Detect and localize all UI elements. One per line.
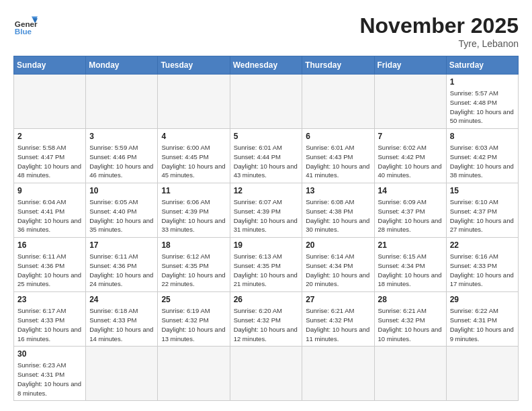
calendar-cell: 15Sunrise: 6:10 AMSunset: 4:37 PMDayligh… [446,183,518,238]
calendar-cell: 1Sunrise: 5:57 AMSunset: 4:48 PMDaylight… [446,75,518,129]
weekday-tuesday: Tuesday [158,56,230,75]
day-number: 8 [450,132,515,141]
day-number: 20 [306,240,370,250]
calendar-cell [374,347,446,401]
calendar-cell [86,347,158,401]
day-number: 25 [161,295,226,304]
day-number: 26 [234,295,299,304]
calendar-cell [158,75,230,129]
calendar-cell [86,75,158,129]
day-number: 1 [450,77,515,87]
day-number: 30 [17,349,82,359]
calendar-cell: 28Sunrise: 6:21 AMSunset: 4:32 PMDayligh… [374,292,446,347]
day-number: 19 [234,240,299,250]
day-info: Sunrise: 6:11 AMSunset: 4:36 PMDaylight:… [89,252,154,289]
day-info: Sunrise: 6:11 AMSunset: 4:36 PMDaylight:… [17,252,82,289]
calendar-cell: 24Sunrise: 6:18 AMSunset: 4:33 PMDayligh… [86,292,158,347]
calendar-cell [446,347,518,401]
weekday-wednesday: Wednesday [230,56,302,75]
day-info: Sunrise: 6:23 AMSunset: 4:31 PMDaylight:… [17,361,82,398]
calendar-cell [302,75,374,129]
calendar-cell: 16Sunrise: 6:11 AMSunset: 4:36 PMDayligh… [14,238,86,292]
day-number: 17 [89,240,154,250]
day-number: 10 [89,186,154,195]
calendar-cell [230,75,302,129]
calendar-cell: 21Sunrise: 6:15 AMSunset: 4:34 PMDayligh… [374,238,446,292]
day-number: 23 [17,295,82,304]
calendar-cell: 22Sunrise: 6:16 AMSunset: 4:33 PMDayligh… [446,238,518,292]
day-number: 14 [378,186,443,195]
calendar-cell: 23Sunrise: 6:17 AMSunset: 4:33 PMDayligh… [14,292,86,347]
calendar-cell: 17Sunrise: 6:11 AMSunset: 4:36 PMDayligh… [86,238,158,292]
day-info: Sunrise: 6:09 AMSunset: 4:37 PMDaylight:… [378,197,443,234]
weekday-saturday: Saturday [446,56,518,75]
calendar-cell: 19Sunrise: 6:13 AMSunset: 4:35 PMDayligh… [230,238,302,292]
day-info: Sunrise: 5:59 AMSunset: 4:46 PMDaylight:… [89,143,154,180]
calendar-cell [230,347,302,401]
day-info: Sunrise: 6:08 AMSunset: 4:38 PMDaylight:… [306,197,370,234]
day-number: 9 [17,186,82,195]
calendar-cell: 8Sunrise: 6:03 AMSunset: 4:42 PMDaylight… [446,129,518,183]
day-info: Sunrise: 6:12 AMSunset: 4:35 PMDaylight:… [161,252,226,289]
calendar-cell: 14Sunrise: 6:09 AMSunset: 4:37 PMDayligh… [374,183,446,238]
weekday-thursday: Thursday [302,56,374,75]
calendar-cell: 30Sunrise: 6:23 AMSunset: 4:31 PMDayligh… [14,347,86,401]
page-header: General Blue November 2025 Tyre, Lebanon [13,13,519,49]
calendar-cell [374,75,446,129]
day-info: Sunrise: 6:13 AMSunset: 4:35 PMDaylight:… [234,252,299,289]
day-info: Sunrise: 6:02 AMSunset: 4:42 PMDaylight:… [378,143,443,180]
day-info: Sunrise: 5:58 AMSunset: 4:47 PMDaylight:… [17,143,82,180]
day-number: 21 [378,240,443,250]
day-number: 28 [378,295,443,304]
weekday-friday: Friday [374,56,446,75]
day-number: 7 [378,132,443,141]
day-info: Sunrise: 6:00 AMSunset: 4:45 PMDaylight:… [161,143,226,180]
day-info: Sunrise: 6:07 AMSunset: 4:39 PMDaylight:… [234,197,299,234]
calendar-cell: 13Sunrise: 6:08 AMSunset: 4:38 PMDayligh… [302,183,374,238]
calendar-table: SundayMondayTuesdayWednesdayThursdayFrid… [13,56,519,401]
day-info: Sunrise: 6:16 AMSunset: 4:33 PMDaylight:… [450,252,515,289]
calendar-cell: 18Sunrise: 6:12 AMSunset: 4:35 PMDayligh… [158,238,230,292]
day-number: 22 [450,240,515,250]
day-info: Sunrise: 5:57 AMSunset: 4:48 PMDaylight:… [450,89,515,126]
day-info: Sunrise: 6:06 AMSunset: 4:39 PMDaylight:… [161,197,226,234]
day-number: 3 [89,132,154,141]
calendar-cell: 11Sunrise: 6:06 AMSunset: 4:39 PMDayligh… [158,183,230,238]
calendar-cell: 7Sunrise: 6:02 AMSunset: 4:42 PMDaylight… [374,129,446,183]
calendar-cell [158,347,230,401]
day-number: 18 [161,240,226,250]
day-number: 5 [234,132,299,141]
calendar-cell [14,75,86,129]
day-info: Sunrise: 6:03 AMSunset: 4:42 PMDaylight:… [450,143,515,180]
day-number: 16 [17,240,82,250]
day-info: Sunrise: 6:14 AMSunset: 4:34 PMDaylight:… [306,252,370,289]
svg-text:Blue: Blue [15,27,32,36]
title-block: November 2025 Tyre, Lebanon [359,13,519,49]
day-number: 6 [306,132,370,141]
day-info: Sunrise: 6:18 AMSunset: 4:33 PMDaylight:… [89,306,154,343]
weekday-monday: Monday [86,56,158,75]
calendar-cell [302,347,374,401]
day-number: 24 [89,295,154,304]
day-info: Sunrise: 6:20 AMSunset: 4:32 PMDaylight:… [234,306,299,343]
day-number: 29 [450,295,515,304]
day-number: 13 [306,186,370,195]
day-info: Sunrise: 6:05 AMSunset: 4:40 PMDaylight:… [89,197,154,234]
day-info: Sunrise: 6:21 AMSunset: 4:32 PMDaylight:… [378,306,443,343]
logo-icon: General Blue [13,13,38,38]
weekday-header-row: SundayMondayTuesdayWednesdayThursdayFrid… [14,56,519,75]
logo: General Blue [13,13,38,38]
day-info: Sunrise: 6:10 AMSunset: 4:37 PMDaylight:… [450,197,515,234]
day-info: Sunrise: 6:17 AMSunset: 4:33 PMDaylight:… [17,306,82,343]
day-info: Sunrise: 6:22 AMSunset: 4:31 PMDaylight:… [450,306,515,343]
day-info: Sunrise: 6:04 AMSunset: 4:41 PMDaylight:… [17,197,82,234]
day-number: 11 [161,186,226,195]
calendar-cell: 10Sunrise: 6:05 AMSunset: 4:40 PMDayligh… [86,183,158,238]
day-info: Sunrise: 6:01 AMSunset: 4:43 PMDaylight:… [306,143,370,180]
day-number: 2 [17,132,82,141]
calendar-cell: 6Sunrise: 6:01 AMSunset: 4:43 PMDaylight… [302,129,374,183]
calendar-cell: 25Sunrise: 6:19 AMSunset: 4:32 PMDayligh… [158,292,230,347]
calendar-cell: 9Sunrise: 6:04 AMSunset: 4:41 PMDaylight… [14,183,86,238]
day-number: 27 [306,295,370,304]
month-title: November 2025 [359,13,519,38]
